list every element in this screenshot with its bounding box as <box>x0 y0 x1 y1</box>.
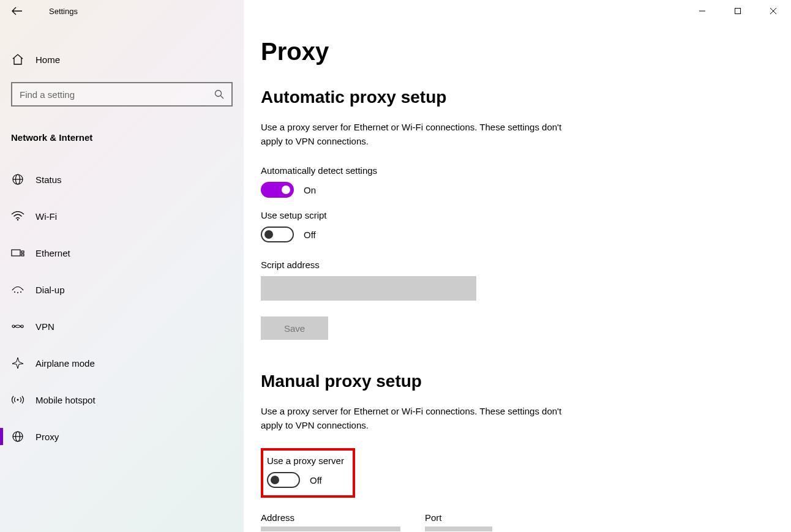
manual-port-label: Port <box>425 512 492 523</box>
sidebar-item-ethernet[interactable]: Ethernet <box>0 234 244 271</box>
use-proxy-label: Use a proxy server <box>267 455 344 466</box>
auto-detect-toggle[interactable] <box>261 182 294 198</box>
nav-label: Dial-up <box>36 285 65 295</box>
maximize-button[interactable] <box>720 0 755 22</box>
address-port-row: Address Port <box>261 512 774 531</box>
svg-point-10 <box>17 292 18 293</box>
auto-section-title: Automatic proxy setup <box>261 88 774 107</box>
nav-label: Proxy <box>36 432 59 442</box>
sidebar-item-airplane[interactable]: Airplane mode <box>0 345 244 381</box>
script-address-label: Script address <box>261 260 774 270</box>
svg-point-0 <box>216 91 222 97</box>
save-button: Save <box>261 317 328 340</box>
svg-point-9 <box>14 291 15 293</box>
titlebar: Settings <box>0 0 244 22</box>
nav-label: Ethernet <box>36 248 70 258</box>
auto-detect-label: Automatically detect settings <box>261 165 774 176</box>
auto-section-desc: Use a proxy server for Ethernet or Wi-Fi… <box>261 121 579 148</box>
close-icon <box>770 7 777 15</box>
search-icon <box>214 89 224 99</box>
sidebar-item-wifi[interactable]: Wi-Fi <box>0 198 244 234</box>
setup-script-toggle[interactable] <box>261 227 294 242</box>
setup-script-state: Off <box>304 230 316 240</box>
search-input[interactable] <box>20 89 214 100</box>
manual-section-desc: Use a proxy server for Ethernet or Wi-Fi… <box>261 405 579 432</box>
sidebar-item-dialup[interactable]: Dial-up <box>0 271 244 308</box>
auto-detect-toggle-row: On <box>261 182 774 198</box>
maximize-icon <box>734 7 741 15</box>
svg-rect-6 <box>12 250 20 256</box>
manual-port-input <box>425 526 492 531</box>
dialup-icon <box>11 285 24 294</box>
airplane-icon <box>11 357 24 369</box>
proxy-icon <box>11 430 24 443</box>
hotspot-icon <box>11 394 24 405</box>
use-proxy-toggle-row: Off <box>267 472 344 488</box>
setup-script-toggle-row: Off <box>261 227 774 242</box>
sidebar-item-home[interactable]: Home <box>0 48 244 71</box>
setup-script-label: Use setup script <box>261 210 774 220</box>
sidebar-item-proxy[interactable]: Proxy <box>0 418 244 455</box>
svg-point-14 <box>17 399 19 401</box>
sidebar-item-hotspot[interactable]: Mobile hotspot <box>0 381 244 418</box>
nav-label: Wi-Fi <box>36 211 57 222</box>
sidebar: Settings Home Network & Internet Status … <box>0 0 244 532</box>
category-title: Network & Internet <box>11 132 244 143</box>
use-proxy-state: Off <box>310 475 322 485</box>
minimize-icon <box>699 7 706 15</box>
nav-list: Status Wi-Fi Ethernet Dial-up VPN <box>0 161 244 455</box>
home-icon <box>11 54 24 65</box>
svg-point-12 <box>12 325 15 328</box>
main-content: Proxy Automatic proxy setup Use a proxy … <box>244 0 791 532</box>
search-box[interactable] <box>11 82 233 107</box>
wifi-icon <box>11 211 24 221</box>
close-button[interactable] <box>755 0 791 22</box>
use-proxy-toggle[interactable] <box>267 472 300 488</box>
nav-label: Mobile hotspot <box>36 395 96 405</box>
manual-address-input <box>261 526 400 531</box>
nav-label: Status <box>36 174 62 185</box>
minimize-button[interactable] <box>684 0 720 22</box>
auto-detect-state: On <box>304 185 316 195</box>
back-arrow-icon <box>12 7 23 15</box>
svg-rect-8 <box>21 254 24 256</box>
back-button[interactable] <box>11 5 23 17</box>
manual-section-title: Manual proxy setup <box>261 372 774 391</box>
svg-point-13 <box>21 325 23 328</box>
window-controls <box>684 0 791 22</box>
svg-point-5 <box>17 219 18 220</box>
sidebar-item-vpn[interactable]: VPN <box>0 308 244 345</box>
ethernet-icon <box>11 248 24 258</box>
manual-address-label: Address <box>261 512 400 523</box>
vpn-icon <box>11 322 24 331</box>
svg-point-11 <box>20 291 21 293</box>
svg-rect-19 <box>735 9 741 14</box>
highlight-annotation: Use a proxy server Off <box>261 448 355 498</box>
sidebar-item-status[interactable]: Status <box>0 161 244 198</box>
app-title: Settings <box>49 7 78 16</box>
svg-rect-7 <box>21 251 24 253</box>
script-address-input <box>261 276 476 301</box>
page-title: Proxy <box>261 38 774 66</box>
home-label: Home <box>36 54 60 65</box>
nav-label: Airplane mode <box>36 358 95 369</box>
nav-label: VPN <box>36 321 54 332</box>
svg-line-1 <box>221 96 224 99</box>
globe-icon <box>11 173 24 185</box>
